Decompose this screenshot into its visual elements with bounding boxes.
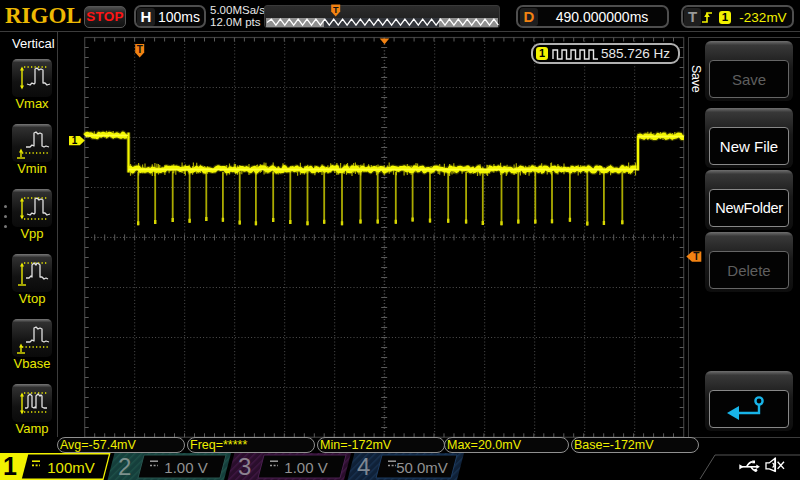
svg-text:1.00 V: 1.00 V — [164, 459, 207, 476]
svg-text:T: T — [137, 44, 143, 55]
svg-text:T: T — [693, 251, 699, 262]
svg-text:1.00 V: 1.00 V — [284, 459, 327, 476]
svg-text:100mV: 100mV — [47, 459, 95, 476]
svg-text:1: 1 — [72, 135, 78, 146]
svg-text:3: 3 — [238, 453, 251, 480]
svg-text:2: 2 — [118, 453, 131, 480]
svg-text:50.0mV: 50.0mV — [396, 459, 448, 476]
svg-text:1: 1 — [3, 453, 17, 480]
svg-text:4: 4 — [357, 453, 370, 480]
svg-text:T: T — [333, 5, 339, 15]
